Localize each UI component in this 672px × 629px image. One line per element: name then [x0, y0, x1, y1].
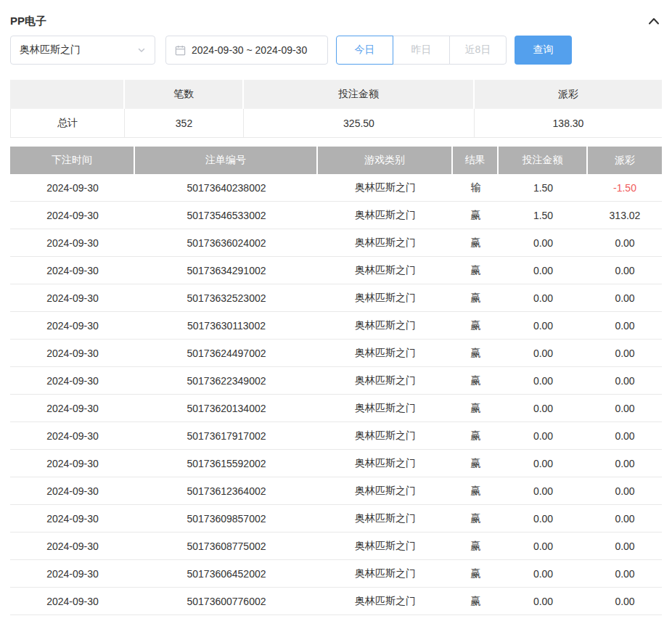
cell-order-no: 50173630113002 — [135, 312, 318, 340]
cell-order-no: 50173624497002 — [135, 340, 318, 367]
cell-game-type: 奥林匹斯之门 — [318, 588, 453, 615]
table-row: 2024-09-3050173606452002奥林匹斯之门赢0.000.00 — [10, 560, 662, 588]
cell-result: 赢 — [453, 477, 499, 505]
yesterday-button[interactable]: 昨日 — [393, 36, 450, 65]
cell-game-type: 奥林匹斯之门 — [318, 422, 453, 450]
cell-payout: 0.00 — [588, 395, 662, 422]
game-select[interactable]: 奥林匹斯之门 — [10, 36, 155, 65]
cell-payout: -1.50 — [588, 174, 662, 202]
summary-payout-value: 138.30 — [475, 109, 662, 138]
col-header-bet-time: 下注时间 — [10, 147, 135, 174]
table-row: 2024-09-3050173609857002奥林匹斯之门赢0.000.00 — [10, 505, 662, 533]
date-range-input[interactable]: 2024-09-30 ~ 2024-09-30 — [165, 36, 328, 65]
cell-bet-amount: 0.00 — [499, 533, 588, 560]
cell-bet-amount: 0.00 — [499, 395, 588, 422]
cell-bet-amount: 0.00 — [499, 367, 588, 395]
cell-game-type: 奥林匹斯之门 — [318, 395, 453, 422]
last-8-days-button[interactable]: 近8日 — [449, 36, 507, 65]
cell-bet-amount: 0.00 — [499, 560, 588, 588]
cell-bet-time: 2024-09-30 — [10, 477, 135, 505]
cell-order-no: 50173546533002 — [135, 202, 318, 229]
cell-result: 赢 — [453, 395, 499, 422]
table-row: 2024-09-3050173636024002奥林匹斯之门赢0.000.00 — [10, 229, 662, 257]
cell-result: 赢 — [453, 367, 499, 395]
cell-result: 赢 — [453, 340, 499, 367]
cell-bet-amount: 0.00 — [499, 505, 588, 533]
table-row: 2024-09-3050173634291002奥林匹斯之门赢0.000.00 — [10, 257, 662, 284]
chevron-down-icon — [137, 46, 146, 54]
col-header-game-type: 游戏类别 — [318, 147, 453, 174]
col-header-bet-amount: 投注金额 — [499, 147, 588, 174]
cell-order-no: 50173609857002 — [135, 505, 318, 533]
col-header-payout: 派彩 — [588, 147, 662, 174]
cell-payout: 0.00 — [588, 312, 662, 340]
table-row: 2024-09-3050173608775002奥林匹斯之门赢0.000.00 — [10, 533, 662, 560]
summary-header-empty — [10, 80, 125, 109]
col-header-order-no: 注单编号 — [135, 147, 318, 174]
cell-order-no: 50173600776002 — [135, 588, 318, 615]
cell-result: 赢 — [453, 257, 499, 284]
cell-order-no: 50173622349002 — [135, 367, 318, 395]
cell-result: 赢 — [453, 284, 499, 312]
cell-result: 赢 — [453, 533, 499, 560]
summary-bet-amount-value: 325.50 — [244, 109, 475, 138]
cell-bet-amount: 0.00 — [499, 450, 588, 477]
cell-payout: 0.00 — [588, 229, 662, 257]
cell-bet-time: 2024-09-30 — [10, 367, 135, 395]
cell-payout: 0.00 — [588, 477, 662, 505]
cell-payout: 0.00 — [588, 533, 662, 560]
cell-order-no: 50173612364002 — [135, 477, 318, 505]
cell-game-type: 奥林匹斯之门 — [318, 340, 453, 367]
summary-total-row: 总计 352 325.50 138.30 — [10, 109, 662, 138]
summary-count-value: 352 — [125, 109, 244, 138]
cell-game-type: 奥林匹斯之门 — [318, 284, 453, 312]
summary-header-count: 笔数 — [125, 80, 244, 109]
cell-game-type: 奥林匹斯之门 — [318, 312, 453, 340]
table-row: 2024-09-3050173622349002奥林匹斯之门赢0.000.00 — [10, 367, 662, 395]
quick-date-button-group: 今日 昨日 近8日 — [336, 36, 507, 65]
summary-total-label: 总计 — [10, 109, 125, 138]
cell-bet-time: 2024-09-30 — [10, 312, 135, 340]
cell-order-no: 50173636024002 — [135, 229, 318, 257]
cell-result: 赢 — [453, 312, 499, 340]
cell-order-no: 50173615592002 — [135, 450, 318, 477]
cell-order-no: 50173620134002 — [135, 395, 318, 422]
cell-bet-amount: 0.00 — [499, 477, 588, 505]
filter-row: 奥林匹斯之门 2024-09-30 ~ 2024-09-30 今日 昨日 近8日… — [10, 36, 662, 65]
cell-bet-amount: 0.00 — [499, 284, 588, 312]
records-table-body: 2024-09-3050173640238002奥林匹斯之门输1.50-1.50… — [10, 174, 662, 615]
cell-bet-time: 2024-09-30 — [10, 395, 135, 422]
pp-electronic-panel: PP电子 奥林匹斯之门 2024-09-30 ~ 2024-09-30 今日 昨… — [0, 0, 672, 615]
cell-bet-amount: 0.00 — [499, 422, 588, 450]
cell-game-type: 奥林匹斯之门 — [318, 174, 453, 202]
collapse-chevron-up-icon[interactable] — [646, 15, 662, 28]
calendar-icon — [175, 45, 186, 56]
cell-payout: 0.00 — [588, 560, 662, 588]
cell-bet-amount: 0.00 — [499, 229, 588, 257]
table-row: 2024-09-3050173600776002奥林匹斯之门赢0.000.00 — [10, 588, 662, 615]
cell-payout: 0.00 — [588, 505, 662, 533]
cell-order-no: 50173606452002 — [135, 560, 318, 588]
summary-header-payout: 派彩 — [475, 80, 662, 109]
records-header-row: 下注时间 注单编号 游戏类别 结果 投注金额 派彩 — [10, 147, 662, 174]
table-row: 2024-09-3050173624497002奥林匹斯之门赢0.000.00 — [10, 340, 662, 367]
today-button[interactable]: 今日 — [336, 36, 393, 65]
table-row: 2024-09-3050173546533002奥林匹斯之门赢1.50313.0… — [10, 202, 662, 229]
cell-bet-time: 2024-09-30 — [10, 257, 135, 284]
panel-title: PP电子 — [10, 15, 46, 28]
cell-order-no: 50173617917002 — [135, 422, 318, 450]
cell-bet-time: 2024-09-30 — [10, 588, 135, 615]
search-button[interactable]: 查询 — [515, 36, 572, 65]
cell-bet-time: 2024-09-30 — [10, 284, 135, 312]
cell-game-type: 奥林匹斯之门 — [318, 450, 453, 477]
cell-bet-time: 2024-09-30 — [10, 229, 135, 257]
cell-payout: 0.00 — [588, 367, 662, 395]
cell-game-type: 奥林匹斯之门 — [318, 560, 453, 588]
cell-bet-time: 2024-09-30 — [10, 340, 135, 367]
cell-payout: 0.00 — [588, 422, 662, 450]
cell-result: 赢 — [453, 560, 499, 588]
cell-order-no: 50173632523002 — [135, 284, 318, 312]
cell-payout: 313.02 — [588, 202, 662, 229]
cell-result: 赢 — [453, 450, 499, 477]
cell-bet-time: 2024-09-30 — [10, 560, 135, 588]
